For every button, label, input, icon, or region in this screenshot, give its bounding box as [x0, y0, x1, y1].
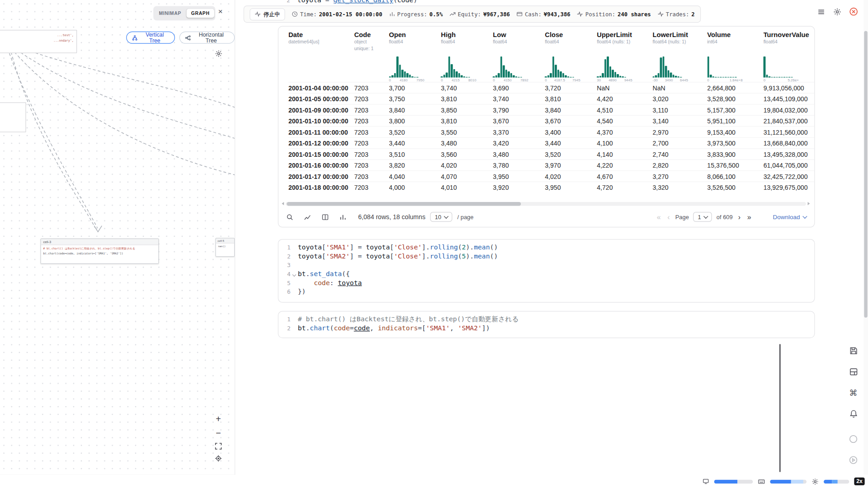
- usage-meter: [824, 479, 849, 483]
- table-cell: 3,780: [493, 160, 545, 170]
- app-root: ...test', ...ondary', MINIMAP GRAPH × Ve…: [0, 0, 868, 488]
- menu-icon[interactable]: [817, 8, 825, 16]
- scroll-right-arrow-icon[interactable]: [808, 202, 810, 205]
- column-header[interactable]: UpperLimitfloat64 (nulls: 1)3048909445: [597, 31, 652, 82]
- vertical-tree-button[interactable]: Vertical Tree: [126, 32, 175, 44]
- layout-panels-icon[interactable]: [845, 363, 862, 380]
- column-histogram: 041807950: [389, 56, 424, 82]
- keyboard-icon[interactable]: [758, 478, 765, 485]
- table-cell: 3,480: [493, 149, 545, 160]
- graph-node-cell-5[interactable]: cell-5 nan(): [215, 238, 235, 257]
- table-cell: 2,700: [652, 137, 707, 148]
- table-cell: 31,121,560,000: [764, 127, 815, 137]
- column-header[interactable]: Datedatetime64[us]: [288, 31, 354, 82]
- horizontal-tree-button[interactable]: Horizontal Tree: [179, 32, 235, 44]
- table-cell: 7203: [354, 93, 389, 104]
- table-cell: 8,066,100: [707, 171, 763, 182]
- memory-meter: [714, 479, 753, 483]
- save-icon[interactable]: [845, 343, 862, 359]
- shutdown-close-icon[interactable]: [849, 7, 858, 16]
- fit-view-button[interactable]: [215, 443, 222, 450]
- tab-minimap[interactable]: MINIMAP: [155, 9, 186, 18]
- graph-settings-gear-icon[interactable]: [215, 50, 222, 57]
- graph-node-code-line: ...test',: [2, 32, 74, 38]
- table-cell: 3,270: [652, 171, 707, 182]
- code-line: 2toyota = get_stock_daily(code): [278, 0, 776, 5]
- zoom-level-badge[interactable]: 2x: [854, 478, 864, 485]
- code-line: 2bt.chart(code=code, indicators=['SMA1',…: [278, 324, 814, 333]
- table-cell: 7203: [354, 137, 389, 148]
- keyboard-shortcuts-icon[interactable]: ⌘: [845, 385, 862, 401]
- code-cell-chart[interactable]: 1# bt.chart() はBacktestに登録され、bt.step()で自…: [278, 311, 815, 338]
- graph-node-cell-3[interactable]: cell-3 # bt.chart() はBacktestに登録され、bt.st…: [40, 239, 159, 264]
- column-header[interactable]: Lowfloat64041507892: [493, 31, 545, 82]
- graph-node-clipped-left[interactable]: [0, 103, 26, 132]
- horizontal-scroll-thumb[interactable]: [287, 202, 521, 206]
- scroll-left-arrow-icon[interactable]: [282, 202, 284, 205]
- page-size-select[interactable]: 10: [430, 212, 453, 222]
- first-page-button[interactable]: «: [656, 213, 662, 221]
- table-cell: 13,495,328,000: [764, 149, 815, 160]
- table-row[interactable]: 2001-01-15 00:00:0072033,5103,5603,4803,…: [288, 149, 814, 160]
- table-row[interactable]: 2001-01-09 00:00:0072033,8403,8503,7903,…: [288, 104, 814, 115]
- table-row[interactable]: 2001-01-18 00:00:0072034,0004,0103,9203,…: [288, 182, 814, 192]
- table-row[interactable]: 2001-01-11 00:00:0072033,5203,5503,3703,…: [288, 127, 814, 137]
- table-cell: 2001-01-12 00:00:00: [288, 137, 354, 148]
- status-item: Progress: 0.5%: [389, 11, 443, 17]
- table-cell: 3,140: [652, 115, 707, 126]
- download-button[interactable]: Download: [773, 214, 807, 221]
- table-row[interactable]: 2001-01-04 00:00:0072033,7003,7403,6903,…: [288, 82, 814, 93]
- table-row[interactable]: 2001-01-12 00:00:0072033,4403,4803,4203,…: [288, 137, 814, 148]
- table-cell: 4,020: [441, 160, 493, 170]
- horizontal-tree-label: Horizontal Tree: [193, 32, 229, 44]
- tree-layout-buttons: Vertical Tree Horizontal Tree: [126, 32, 235, 44]
- code-cell-sma[interactable]: 1toyota['SMA1'] = toyota['Close'].rollin…: [278, 239, 815, 303]
- column-header[interactable]: Closefloat6404187.57945: [545, 31, 597, 82]
- stop-circle-icon[interactable]: [845, 431, 862, 447]
- line-chart-icon[interactable]: [304, 213, 311, 221]
- search-icon[interactable]: [286, 213, 293, 221]
- last-page-button[interactable]: »: [746, 213, 752, 221]
- next-page-button[interactable]: ›: [737, 213, 741, 221]
- run-state-badge[interactable]: 停止中: [250, 8, 285, 20]
- notifications-bell-icon[interactable]: [845, 406, 862, 422]
- page-select[interactable]: 1: [693, 212, 712, 222]
- graph-node-clipped-top[interactable]: ...test', ...ondary',: [0, 30, 77, 53]
- dataframe-table: Datedatetime64[us]Codeobjectunique: 1Ope…: [288, 31, 814, 193]
- column-header[interactable]: LowerLimitfloat64 (nulls: 1)-3034906445: [652, 31, 707, 82]
- table-row[interactable]: 2001-01-16 00:00:0072033,8204,0203,7803,…: [288, 160, 814, 170]
- clipped-code-cell[interactable]: 2toyota = get_stock_daily(code): [278, 0, 776, 5]
- table-row[interactable]: 2001-01-05 00:00:0072033,7503,8103,7403,…: [288, 93, 814, 104]
- table-row[interactable]: 2001-01-17 00:00:0072034,0404,0703,9504,…: [288, 171, 814, 182]
- close-icon[interactable]: ×: [218, 7, 222, 16]
- locate-button[interactable]: [215, 455, 222, 462]
- settings-gear-icon[interactable]: [811, 478, 819, 485]
- columns-icon[interactable]: [321, 213, 329, 221]
- graph-node-title: cell-5: [216, 239, 234, 244]
- device-icon[interactable]: [703, 478, 709, 485]
- column-header[interactable]: TurnoverValuefloat6405.26e+: [764, 31, 815, 82]
- vertical-scroll-thumb[interactable]: [864, 31, 867, 318]
- run-play-icon[interactable]: [845, 452, 862, 468]
- column-header[interactable]: Codeobjectunique: 1: [354, 31, 389, 82]
- code-line: 2toyota['SMA2'] = toyota['Close'].rollin…: [278, 252, 814, 261]
- total-pages-label: of 609: [717, 214, 733, 221]
- table-cell: 3,700: [389, 82, 441, 93]
- column-histogram: -3034906445: [652, 56, 688, 82]
- zoom-out-button[interactable]: −: [216, 429, 221, 438]
- horizontal-scrollbar[interactable]: [282, 202, 810, 206]
- tab-graph[interactable]: GRAPH: [187, 9, 214, 18]
- column-header[interactable]: Highfloat64042158010: [441, 31, 493, 82]
- table-row[interactable]: 2001-01-10 00:00:0072033,8003,8103,6703,…: [288, 115, 814, 126]
- bar-chart-icon[interactable]: [340, 213, 347, 221]
- table-cell: 2001-01-05 00:00:00: [288, 93, 354, 104]
- column-header[interactable]: Volumeint6401.84e+8: [707, 31, 763, 82]
- vertical-scrollbar[interactable]: [863, 0, 868, 475]
- column-header[interactable]: Openfloat64041807950: [389, 31, 441, 82]
- prev-page-button[interactable]: ‹: [666, 213, 671, 221]
- table-cell: 2,970: [652, 127, 707, 137]
- table-cell: NaN: [597, 82, 652, 93]
- settings-gear-icon[interactable]: [833, 8, 841, 16]
- zoom-in-button[interactable]: +: [216, 415, 221, 424]
- table-cell: 2001-01-10 00:00:00: [288, 115, 354, 126]
